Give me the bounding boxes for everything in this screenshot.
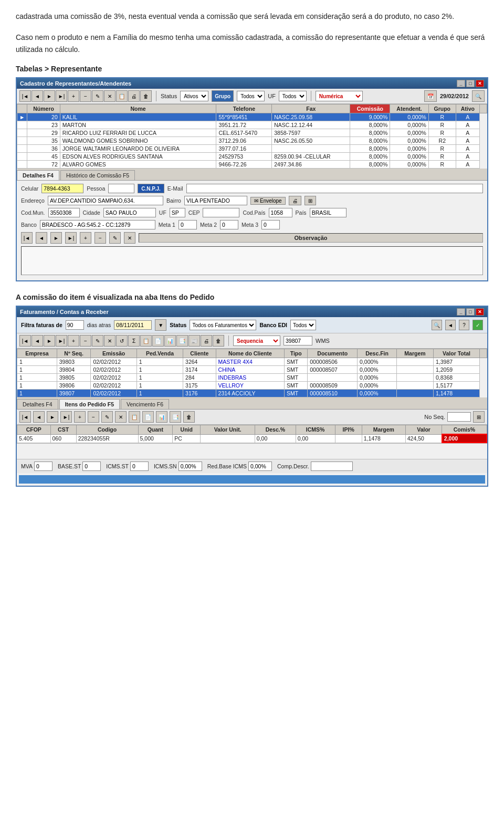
pessoa-input[interactable] bbox=[108, 184, 134, 193]
win2-close[interactable]: ✕ bbox=[476, 308, 484, 316]
tab-itens-pedido[interactable]: Itens do Pedido F5 bbox=[59, 399, 120, 409]
celular-input[interactable] bbox=[41, 184, 83, 193]
table-row[interactable]: 29 RICARDO LUIZ FERRARI DE LUCCA CEL.651… bbox=[17, 129, 487, 137]
nav-last[interactable]: ►| bbox=[56, 90, 67, 102]
envelope-btn[interactable]: ✉ Envelope bbox=[250, 197, 286, 205]
table-row[interactable]: 35 WALDMOND GOMES SOBRINHO 3712.29.06 NA… bbox=[17, 137, 487, 145]
col-atend[interactable]: Atendent. bbox=[390, 104, 429, 113]
table-row[interactable]: 72 ALVARO GOMES 9466-72.26 2497.34.86 8,… bbox=[17, 161, 487, 169]
w2-add[interactable]: + bbox=[68, 335, 79, 347]
w2-nav-next[interactable]: ► bbox=[44, 335, 55, 347]
it-edit[interactable]: ✎ bbox=[101, 411, 113, 423]
w2-doc4[interactable]: 📑 bbox=[176, 335, 188, 347]
icol-cst[interactable]: CST bbox=[50, 425, 76, 435]
nav-add[interactable]: + bbox=[68, 90, 79, 102]
icol-quant[interactable]: Quant bbox=[138, 425, 173, 435]
obs-add[interactable]: + bbox=[80, 232, 91, 244]
table-row[interactable]: 13980302/02/201213264MASTER 4X4SMT000008… bbox=[17, 358, 487, 366]
tab-detalhes[interactable]: Detalhes F4 bbox=[17, 170, 59, 180]
win2-minimize[interactable]: _ bbox=[457, 308, 465, 316]
w2-nav-first[interactable]: |◄ bbox=[19, 335, 31, 347]
codmun-input[interactable] bbox=[48, 208, 80, 217]
pais-input[interactable] bbox=[310, 208, 346, 217]
icol-codigo[interactable]: Codigo bbox=[76, 425, 138, 435]
w2-nav-last[interactable]: ►| bbox=[56, 335, 67, 347]
cidade-input[interactable] bbox=[103, 208, 156, 217]
col-numero[interactable]: Número bbox=[27, 104, 60, 113]
icms-st-input[interactable] bbox=[130, 462, 149, 471]
col-pedvenda[interactable]: Ped.Venda bbox=[136, 349, 183, 358]
w2-doc1[interactable]: 📋 bbox=[140, 335, 152, 347]
col-grupo[interactable]: Grupo bbox=[428, 104, 456, 113]
status-filter-select[interactable]: Todos os Faturamentos bbox=[190, 320, 256, 330]
bairro-input[interactable] bbox=[184, 196, 247, 205]
table-row[interactable]: 13980502/02/20121284INDEBRASSMT0,000%0,8… bbox=[17, 374, 487, 382]
nav-delete[interactable]: 🗑 bbox=[140, 90, 152, 102]
meta1-input[interactable] bbox=[178, 220, 197, 229]
w2-edit[interactable]: ✎ bbox=[92, 335, 103, 347]
cnpj-btn[interactable]: C.N.P.J. bbox=[138, 184, 164, 193]
no-seq-input[interactable] bbox=[447, 412, 471, 422]
table-row[interactable]: 13980702/02/2012131762314 ACCIOLYSMT0000… bbox=[17, 390, 487, 397]
filter-date[interactable] bbox=[114, 320, 152, 330]
close-btn[interactable]: ✕ bbox=[476, 80, 484, 87]
it-doc1[interactable]: 📋 bbox=[129, 411, 140, 423]
toolbar-extra[interactable]: 🔍 bbox=[472, 90, 485, 102]
banco-input[interactable] bbox=[40, 220, 155, 229]
uf-select[interactable]: Todos bbox=[279, 91, 307, 101]
obs-textarea[interactable] bbox=[21, 246, 483, 275]
it-nav2[interactable]: ◄ bbox=[33, 411, 45, 423]
calendar-btn[interactable]: 📅 bbox=[424, 90, 437, 102]
base-st-input[interactable] bbox=[82, 462, 101, 471]
obs-remove[interactable]: − bbox=[94, 232, 106, 244]
icol-unid[interactable]: Unid bbox=[173, 425, 201, 435]
col-valortotal[interactable]: Valor Total bbox=[433, 349, 479, 358]
tab-vencimento[interactable]: Vencimento F6 bbox=[121, 399, 169, 409]
it-nav1[interactable]: |◄ bbox=[19, 411, 31, 423]
w2-sigma[interactable]: Σ bbox=[128, 335, 140, 347]
w2-cancel1[interactable]: ✕ bbox=[104, 335, 116, 347]
endereco-input[interactable] bbox=[48, 196, 163, 205]
filter-icon1[interactable]: 🔍 bbox=[432, 320, 442, 330]
uf-detail-input[interactable] bbox=[170, 208, 185, 217]
codpais-input[interactable] bbox=[269, 208, 292, 217]
table-row[interactable]: 36 JORGE WALTAMIR LEONARDO DE OLIVEIRA 3… bbox=[17, 145, 487, 153]
it-doc3[interactable]: 📊 bbox=[156, 411, 167, 423]
col-telefone[interactable]: Telefone bbox=[216, 104, 272, 113]
obs-cancel[interactable]: ✕ bbox=[124, 232, 135, 244]
it-cancel[interactable]: ✕ bbox=[115, 411, 127, 423]
w2-nav-prev[interactable]: ◄ bbox=[32, 335, 43, 347]
obs-nav4[interactable]: ►| bbox=[65, 232, 77, 244]
mva-input[interactable] bbox=[34, 462, 52, 471]
meta3-input[interactable] bbox=[261, 220, 280, 229]
nav-next[interactable]: ► bbox=[44, 90, 55, 102]
icol-margem[interactable]: Margem bbox=[362, 425, 405, 435]
print-btn2[interactable]: 🖨 bbox=[289, 196, 301, 205]
tab-detalhes-f4[interactable]: Detalhes F4 bbox=[17, 399, 58, 409]
icol-comis[interactable]: Comis% bbox=[442, 425, 487, 435]
status-select[interactable]: Ativos bbox=[180, 91, 208, 101]
table-row[interactable]: 45 EDSON ALVES RODRIGUES SANTANA 2452975… bbox=[17, 153, 487, 161]
table-row[interactable]: 13980602/02/201213175VELLROYSMT000008509… bbox=[17, 382, 487, 390]
icol-cfop[interactable]: CFOP bbox=[17, 425, 51, 435]
nav-print[interactable]: 🖨 bbox=[128, 90, 140, 102]
col-nseq[interactable]: Nº Seq. bbox=[57, 349, 91, 358]
col-cliente[interactable]: Cliente bbox=[183, 349, 216, 358]
col-tipo[interactable]: Tipo bbox=[285, 349, 308, 358]
numerica-select[interactable]: Numérica bbox=[316, 91, 363, 101]
table-row[interactable]: 13980402/02/201213174CHINASMT0000085070,… bbox=[17, 366, 487, 374]
col-documento[interactable]: Documento bbox=[308, 349, 358, 358]
filter-icon2[interactable]: ◄ bbox=[445, 320, 456, 330]
it-doc4[interactable]: 📑 bbox=[170, 411, 181, 423]
table-row[interactable]: 23 MARTON 3951.21.72 NASC.12.12.44 8,000… bbox=[17, 121, 487, 129]
obs-nav2[interactable]: ◄ bbox=[36, 232, 47, 244]
icol-ipi[interactable]: IPI% bbox=[335, 425, 362, 435]
extra-btn[interactable]: ⊞ bbox=[304, 196, 316, 205]
col-nomedocliente[interactable]: Nome do Cliente bbox=[216, 349, 284, 358]
w2-seq-select[interactable]: Sequencia bbox=[233, 336, 280, 346]
it-doc2[interactable]: 📄 bbox=[142, 411, 154, 423]
it-nav4[interactable]: ►| bbox=[60, 411, 72, 423]
w2-doc2[interactable]: 📄 bbox=[152, 335, 164, 347]
tab-historico[interactable]: Histórico de Comissão F5 bbox=[60, 170, 135, 180]
maximize-btn[interactable]: □ bbox=[466, 80, 475, 87]
